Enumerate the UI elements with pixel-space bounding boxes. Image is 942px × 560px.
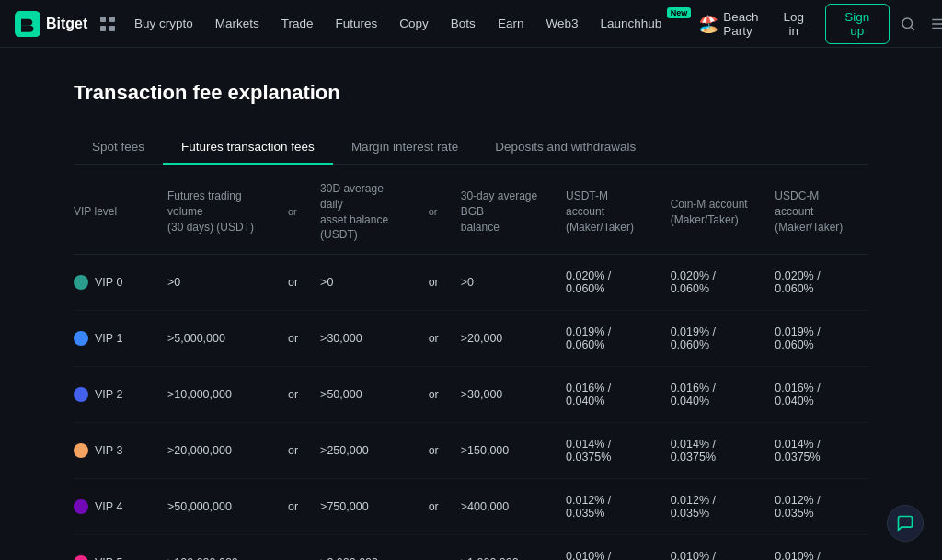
- bgb-cell: >20,000: [450, 311, 555, 367]
- vip-cell: VIP 0: [74, 255, 156, 311]
- futures-vol-cell: >5,000,000: [156, 311, 277, 367]
- futures-vol-cell: >50,000,000: [156, 479, 277, 535]
- vip-icon: [74, 275, 88, 290]
- col-header-or2: or: [418, 165, 450, 255]
- nav-web3[interactable]: Web3: [534, 0, 589, 48]
- grid-icon[interactable]: [99, 15, 116, 33]
- futures-vol-cell: >10,000,000: [156, 367, 277, 423]
- col-header-vip: VIP level: [74, 165, 156, 255]
- col-header-coin-m: Coin-M account(Maker/Taker): [660, 165, 764, 255]
- coin-m-cell: 0.020% / 0.060%: [660, 255, 764, 311]
- vip-cell: VIP 1: [74, 311, 156, 367]
- avg-balance-cell: >30,000: [309, 311, 418, 367]
- or-cell-2: or: [418, 423, 450, 479]
- nav-earn[interactable]: Earn: [487, 0, 535, 48]
- avg-balance-cell: >250,000: [309, 423, 418, 479]
- tab-deposits[interactable]: Deposits and withdrawals: [477, 131, 654, 165]
- tabs-container: Spot fees Futures transaction fees Margi…: [74, 131, 868, 165]
- usdc-m-cell: 0.016% / 0.040%: [764, 367, 868, 423]
- usdt-m-cell: 0.019% / 0.060%: [555, 311, 660, 367]
- or-cell-1: or: [277, 367, 309, 423]
- search-button[interactable]: [897, 9, 920, 39]
- nav-beach-party[interactable]: 🏖️ Beach Party: [691, 10, 765, 38]
- avg-balance-cell: >50,000: [309, 367, 418, 423]
- vip-icon: [74, 499, 88, 514]
- svg-rect-1: [100, 17, 106, 22]
- usdc-m-cell: 0.010% / 0.032%: [764, 535, 868, 560]
- svg-point-5: [902, 18, 913, 29]
- col-header-avg-balance: 30D average dailyasset balance (USDT): [309, 165, 418, 255]
- table-row: VIP 3 >20,000,000 or >250,000 or >150,00…: [74, 423, 868, 479]
- vip-icon: [74, 443, 88, 458]
- vip-cell: VIP 3: [74, 423, 156, 479]
- nav-buy-crypto[interactable]: Buy crypto: [123, 0, 204, 48]
- usdt-m-cell: 0.014% / 0.0375%: [555, 423, 660, 479]
- or-cell-2: or: [418, 479, 450, 535]
- futures-vol-cell: >0: [156, 255, 277, 311]
- table-row: VIP 4 >50,000,000 or >750,000 or >400,00…: [74, 479, 868, 535]
- signup-button[interactable]: Sign up: [825, 4, 889, 44]
- nav-copy[interactable]: Copy: [388, 0, 440, 48]
- svg-rect-4: [109, 26, 115, 31]
- or-cell-1: or: [277, 423, 309, 479]
- coin-m-cell: 0.019% / 0.060%: [660, 311, 764, 367]
- or-cell-1: or: [277, 479, 309, 535]
- or-cell-1: or: [277, 311, 309, 367]
- bgb-cell: >150,000: [450, 423, 555, 479]
- svg-rect-2: [109, 17, 115, 22]
- vip-icon: [74, 387, 88, 402]
- bgb-cell: >1,000,000: [450, 535, 555, 560]
- coin-m-cell: 0.012% / 0.035%: [660, 479, 764, 535]
- login-button[interactable]: Log in: [770, 5, 819, 43]
- main-content: Transaction fee explanation Spot fees Fu…: [0, 48, 942, 560]
- logo[interactable]: Bitget: [15, 11, 88, 37]
- coin-m-cell: 0.014% / 0.0375%: [660, 423, 764, 479]
- table-row: VIP 1 >5,000,000 or >30,000 or >20,000 0…: [74, 311, 868, 367]
- or-cell-1: or: [277, 535, 309, 560]
- vip-icon: [74, 555, 88, 560]
- tab-futures[interactable]: Futures transaction fees: [163, 131, 333, 165]
- fee-table: VIP level Futures trading volume(30 days…: [74, 165, 868, 560]
- usdc-m-cell: 0.014% / 0.0375%: [764, 423, 868, 479]
- usdc-m-cell: 0.019% / 0.060%: [764, 311, 868, 367]
- col-header-or1: or: [277, 165, 309, 255]
- brand-name: Bitget: [46, 16, 87, 32]
- col-header-usdt-m: USDT-M account(Maker/Taker): [555, 165, 660, 255]
- nav-bots[interactable]: Bots: [440, 0, 487, 48]
- nav-right: Log in Sign up: [770, 4, 942, 44]
- nav-futures[interactable]: Futures: [325, 0, 389, 48]
- or-cell-2: or: [418, 311, 450, 367]
- new-badge: New: [667, 7, 692, 18]
- vip-label: VIP 2: [95, 388, 122, 401]
- usdc-m-cell: 0.012% / 0.035%: [764, 479, 868, 535]
- usdt-m-cell: 0.010% / 0.032%: [555, 535, 660, 560]
- nav-launchhub[interactable]: Launchhub New: [589, 0, 691, 48]
- nav-trade[interactable]: Trade: [270, 0, 325, 48]
- menu-button[interactable]: [926, 9, 942, 39]
- vip-label: VIP 3: [95, 444, 122, 457]
- svg-line-6: [911, 27, 913, 29]
- vip-cell: VIP 5: [74, 535, 156, 560]
- nav-markets[interactable]: Markets: [204, 0, 270, 48]
- vip-label: VIP 4: [95, 500, 122, 513]
- tab-margin[interactable]: Margin interest rate: [333, 131, 477, 165]
- vip-icon: [74, 331, 88, 346]
- col-header-futures-vol: Futures trading volume(30 days) (USDT): [156, 165, 277, 255]
- col-header-bgb: 30-day average BGBbalance: [450, 165, 555, 255]
- coin-m-cell: 0.010% / 0.032%: [660, 535, 764, 560]
- vip-cell: VIP 2: [74, 367, 156, 423]
- table-row: VIP 2 >10,000,000 or >50,000 or >30,000 …: [74, 367, 868, 423]
- coin-m-cell: 0.016% / 0.040%: [660, 367, 764, 423]
- futures-vol-cell: >20,000,000: [156, 423, 277, 479]
- support-button[interactable]: [887, 505, 924, 542]
- or-cell-2: or: [418, 367, 450, 423]
- nav-items: Buy crypto Markets Trade Futures Copy Bo…: [123, 0, 766, 48]
- svg-rect-3: [100, 26, 106, 31]
- usdt-m-cell: 0.020% / 0.060%: [555, 255, 660, 311]
- avg-balance-cell: >0: [309, 255, 418, 311]
- futures-vol-cell: >100,000,000: [156, 535, 277, 560]
- avg-balance-cell: >2,000,000: [309, 535, 418, 560]
- page-title: Transaction fee explanation: [74, 81, 868, 105]
- bgb-cell: >30,000: [450, 367, 555, 423]
- tab-spot[interactable]: Spot fees: [74, 131, 163, 165]
